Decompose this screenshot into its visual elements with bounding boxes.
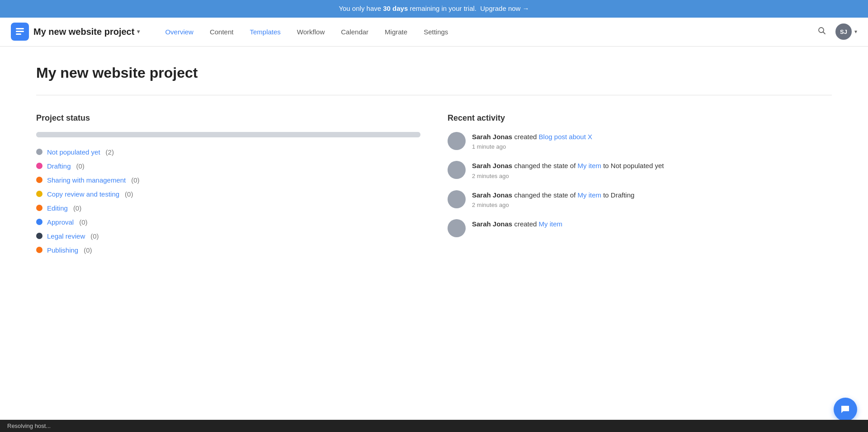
activity-content: Sarah Jonas changed the state of My item…: [472, 161, 832, 179]
svg-rect-2: [16, 33, 21, 35]
page-title: My new website project: [36, 65, 832, 81]
activity-content: Sarah Jonas changed the state of My item…: [472, 190, 832, 209]
status-link[interactable]: Sharing with management: [47, 176, 126, 184]
trial-days: 30 days: [383, 5, 408, 12]
activity-avatar: [448, 219, 466, 237]
logo-area: My new website project ▾: [11, 23, 140, 41]
statusbar-text: Resolving host...: [7, 423, 51, 429]
project-dropdown-arrow: ▾: [137, 28, 140, 35]
trial-text-prefix: You only have: [339, 5, 383, 12]
activity-avatar: [448, 132, 466, 150]
activity-content: Sarah Jonas created My item: [472, 219, 832, 230]
project-status-section: Project status Not populated yet (2) Dra…: [36, 113, 420, 254]
nav-item-migrate[interactable]: Migrate: [377, 24, 415, 39]
nav-item-templates[interactable]: Templates: [242, 24, 288, 39]
activity-item: Sarah Jonas changed the state of My item…: [448, 161, 832, 179]
nav-item-settings[interactable]: Settings: [416, 24, 455, 39]
activity-time: 2 minutes ago: [472, 202, 832, 208]
status-count: (0): [125, 190, 133, 198]
status-dot: [36, 219, 42, 225]
status-count: (0): [73, 204, 81, 212]
status-dot: [36, 247, 42, 253]
chat-button[interactable]: [834, 398, 857, 421]
status-link[interactable]: Legal review: [47, 232, 85, 240]
status-dot: [36, 205, 42, 211]
content-grid: Project status Not populated yet (2) Dra…: [36, 113, 832, 254]
progress-bar-outer: [36, 132, 420, 137]
activity-link[interactable]: My item: [578, 191, 602, 199]
status-item: Not populated yet (2): [36, 148, 420, 156]
progress-bar-inner: [36, 132, 420, 137]
trial-banner: You only have 30 days remaining in your …: [0, 0, 868, 18]
avatar: SJ: [835, 23, 852, 40]
activity-link[interactable]: Blog post about X: [539, 133, 592, 141]
nav-item-content[interactable]: Content: [203, 24, 241, 39]
activity-avatar: [448, 190, 466, 208]
recent-activity-title: Recent activity: [448, 113, 832, 123]
status-link[interactable]: Not populated yet: [47, 148, 100, 156]
status-item: Publishing (0): [36, 246, 420, 254]
status-item: Copy review and testing (0): [36, 190, 420, 198]
svg-rect-0: [16, 28, 24, 29]
status-dot: [36, 233, 42, 239]
status-count: (0): [76, 162, 85, 170]
project-name-header[interactable]: My new website project ▾: [33, 27, 140, 37]
svg-rect-1: [16, 31, 24, 32]
activity-time: 1 minute ago: [472, 143, 832, 150]
upgrade-link[interactable]: Upgrade now →: [480, 5, 529, 12]
activity-item: Sarah Jonas created Blog post about X 1 …: [448, 132, 832, 150]
activity-avatar: [448, 161, 466, 179]
activity-text: Sarah Jonas changed the state of My item…: [472, 190, 832, 201]
status-item: Drafting (0): [36, 162, 420, 170]
status-dot: [36, 191, 42, 197]
status-count: (2): [106, 148, 114, 156]
trial-text-suffix: remaining in your trial.: [408, 5, 476, 12]
page-divider: [36, 95, 832, 95]
status-dot: [36, 177, 42, 183]
nav-item-overview[interactable]: Overview: [158, 24, 201, 39]
statusbar: Resolving host...: [0, 420, 868, 432]
activity-item: Sarah Jonas changed the state of My item…: [448, 190, 832, 209]
status-link[interactable]: Publishing: [47, 246, 78, 254]
status-dot: [36, 149, 42, 155]
svg-line-4: [823, 32, 826, 34]
status-list: Not populated yet (2) Drafting (0) Shari…: [36, 148, 420, 254]
status-link[interactable]: Drafting: [47, 162, 71, 170]
recent-activity-section: Recent activity Sarah Jonas created Blog…: [448, 113, 832, 254]
main-content: My new website project Project status No…: [0, 47, 868, 432]
activity-text: Sarah Jonas created Blog post about X: [472, 132, 832, 142]
header: My new website project ▾ Overview Conten…: [0, 18, 868, 47]
activity-time: 2 minutes ago: [472, 173, 832, 179]
project-status-title: Project status: [36, 113, 420, 123]
status-count: (0): [90, 232, 99, 240]
activity-link[interactable]: My item: [539, 220, 563, 228]
app-logo-icon: [11, 23, 29, 41]
nav-item-calendar[interactable]: Calendar: [334, 24, 376, 39]
activity-text: Sarah Jonas created My item: [472, 219, 832, 230]
status-link[interactable]: Copy review and testing: [47, 190, 119, 198]
main-nav: Overview Content Templates Workflow Cale…: [158, 24, 814, 39]
status-item: Legal review (0): [36, 232, 420, 240]
activity-content: Sarah Jonas created Blog post about X 1 …: [472, 132, 832, 150]
status-item: Editing (0): [36, 204, 420, 212]
search-button[interactable]: [814, 23, 830, 41]
status-link[interactable]: Editing: [47, 204, 68, 212]
activity-list: Sarah Jonas created Blog post about X 1 …: [448, 132, 832, 238]
status-count: (0): [131, 176, 139, 184]
avatar-dropdown-arrow: ▾: [854, 28, 857, 35]
status-count: (0): [84, 246, 92, 254]
status-dot: [36, 163, 42, 169]
user-avatar-button[interactable]: SJ ▾: [835, 23, 857, 40]
nav-item-workflow[interactable]: Workflow: [290, 24, 332, 39]
status-count: (0): [79, 218, 87, 226]
activity-link[interactable]: My item: [578, 162, 602, 169]
header-right: SJ ▾: [814, 23, 857, 41]
status-item: Approval (0): [36, 218, 420, 226]
status-item: Sharing with management (0): [36, 176, 420, 184]
status-link[interactable]: Approval: [47, 218, 74, 226]
activity-item: Sarah Jonas created My item: [448, 219, 832, 237]
activity-text: Sarah Jonas changed the state of My item…: [472, 161, 832, 171]
